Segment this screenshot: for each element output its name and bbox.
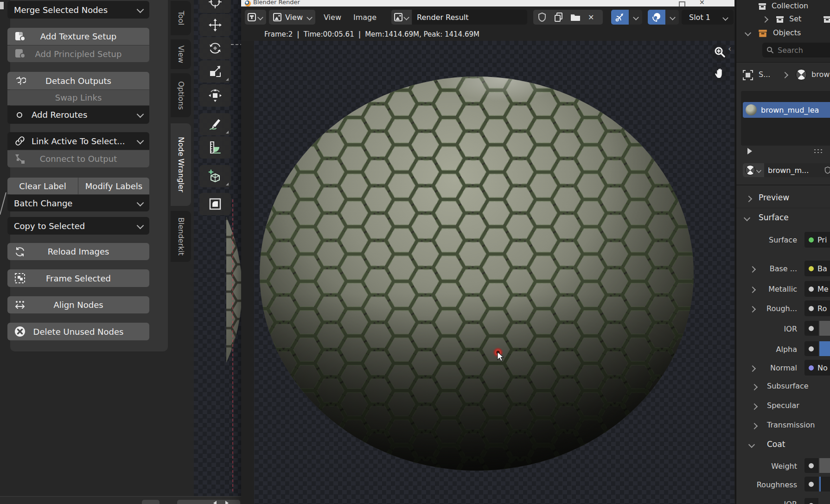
section-preview[interactable]: Preview	[759, 193, 789, 202]
zoom-in-overlay-button[interactable]	[710, 43, 729, 61]
rotate-tool-button[interactable]	[199, 37, 231, 59]
ior-socket-button[interactable]	[804, 321, 818, 336]
surface-shader-button[interactable]: Pri	[804, 232, 830, 248]
roughness-button[interactable]: Ro	[804, 300, 830, 316]
expand-arrow-icon[interactable]	[751, 403, 758, 410]
pan-overlay-button[interactable]	[710, 64, 729, 83]
prop-label-normal: Normal	[736, 364, 797, 372]
base-color-button[interactable]: Ba	[804, 261, 830, 276]
alpha-slider[interactable]	[819, 341, 830, 356]
button-label: Link Active To Select...	[32, 136, 125, 146]
coat-roughness-socket-button[interactable]	[804, 477, 818, 491]
frame-selected-button[interactable]: Frame Selected	[7, 269, 149, 287]
expand-arrow-icon[interactable]	[762, 16, 768, 23]
subpanel-transmission[interactable]: Transmission	[767, 421, 815, 429]
editor-mode-dropdown[interactable]: View	[269, 10, 315, 25]
close-icon[interactable]: ✕	[699, 0, 705, 6]
tab-blenderkit[interactable]: Blenderkit	[171, 211, 191, 262]
connect-to-output-button[interactable]: Connect to Output	[7, 150, 149, 167]
footer-button[interactable]	[142, 500, 160, 504]
detach-outputs-button[interactable]: Detach Outputs	[7, 72, 149, 89]
extrude-tool-button[interactable]	[199, 193, 231, 215]
overlays-toggle-button[interactable]	[648, 10, 665, 25]
menu-image[interactable]: Image	[353, 13, 377, 22]
section-coat[interactable]: Coat	[767, 440, 785, 449]
gizmos-dropdown[interactable]	[629, 10, 642, 25]
copy-to-selected-button[interactable]: Copy to Selected	[7, 217, 149, 235]
slot-specials-arrow[interactable]	[747, 148, 752, 154]
subpanel-subsurface[interactable]: Subsurface	[767, 382, 809, 390]
menu-view[interactable]: View	[324, 13, 341, 22]
overlays-dropdown[interactable]	[666, 10, 679, 25]
expand-arrow-icon[interactable]	[751, 423, 758, 429]
normal-button[interactable]: No	[804, 360, 830, 376]
fake-user-shield-icon[interactable]	[824, 166, 830, 174]
subpanel-specular[interactable]: Specular	[767, 401, 799, 410]
new-image-copy-icon[interactable]	[555, 13, 563, 22]
batch-change-button[interactable]: Batch Change	[7, 195, 149, 211]
gizmos-toggle-button[interactable]	[611, 10, 629, 25]
search-input[interactable]: Search	[762, 43, 830, 57]
editor-type-button[interactable]	[245, 10, 266, 25]
merge-selected-nodes-button[interactable]: Merge Selected Nodes	[7, 1, 149, 19]
resize-grip[interactable]	[813, 148, 824, 154]
tab-options[interactable]: Options	[171, 73, 191, 117]
coat-ior-socket-button[interactable]	[804, 498, 818, 504]
coat-weight-slider[interactable]	[819, 458, 830, 473]
fake-user-shield-icon[interactable]	[538, 13, 546, 22]
image-browse-button[interactable]	[391, 10, 412, 25]
collapse-arrow-icon[interactable]	[744, 215, 750, 221]
tab-node-wrangler[interactable]: Node Wrangler	[171, 123, 191, 206]
annotate-tool-button[interactable]	[199, 113, 231, 135]
material-name-field[interactable]: brown_m...	[764, 163, 830, 177]
render-result-viewport[interactable]: ‹	[241, 41, 734, 504]
stat-divider: |	[358, 30, 361, 38]
tweak-tool-button[interactable]	[199, 0, 231, 13]
metallic-button[interactable]: Me	[804, 281, 830, 297]
collapse-arrow-icon[interactable]	[748, 441, 755, 448]
expand-arrow-icon[interactable]	[746, 196, 752, 202]
coat-weight-socket-button[interactable]	[804, 458, 818, 473]
breadcrumb-material[interactable]: brow	[811, 70, 830, 79]
subtool-corner	[226, 131, 229, 134]
maximize-icon[interactable]	[679, 1, 685, 6]
add-reroutes-button[interactable]: Add Reroutes	[7, 106, 149, 124]
section-surface[interactable]: Surface	[759, 213, 789, 222]
align-nodes-button[interactable]: Align Nodes	[7, 296, 149, 313]
add-cube-tool-button[interactable]	[199, 165, 231, 187]
outliner-row-collection[interactable]: Collection	[772, 1, 808, 10]
footer-frame-nav[interactable]	[177, 500, 240, 504]
clear-label-button[interactable]: Clear Label	[7, 178, 78, 194]
next-arrow-icon[interactable]	[225, 501, 229, 504]
scale-tool-button[interactable]	[199, 60, 231, 83]
swap-links-button[interactable]: Swap Links	[7, 90, 149, 105]
modify-labels-button[interactable]: Modify Labels	[78, 178, 149, 194]
reload-images-button[interactable]: Reload Images	[7, 243, 149, 260]
material-slot-active[interactable]: brown_mud_lea	[743, 102, 830, 118]
breadcrumb-object[interactable]: S...	[759, 70, 770, 79]
image-name-field[interactable]: Render Result	[412, 10, 527, 25]
prev-arrow-icon[interactable]	[213, 501, 217, 504]
material-browse-button[interactable]	[743, 163, 764, 177]
collapse-arrow-icon[interactable]	[745, 30, 751, 36]
add-texture-setup-button[interactable]: Add Texture Setup	[7, 28, 149, 45]
coat-roughness-slider[interactable]	[819, 477, 830, 491]
move-tool-button[interactable]	[199, 14, 231, 36]
delete-unused-nodes-button[interactable]: Delete Unused Nodes	[7, 323, 149, 340]
slot-dropdown[interactable]: Slot 1	[682, 10, 734, 25]
unlink-x-icon[interactable]: ✕	[588, 13, 594, 22]
add-principled-setup-button[interactable]: Add Principled Setup	[7, 45, 149, 62]
outliner-row-objects[interactable]: Objects	[773, 28, 801, 37]
measure-tool-button[interactable]	[199, 136, 231, 159]
outliner-row-set[interactable]: Set	[789, 14, 801, 23]
transform-tool-button[interactable]	[199, 84, 231, 107]
tab-view[interactable]: View	[171, 39, 191, 69]
ior-slider[interactable]	[819, 321, 830, 336]
tab-tool[interactable]: Tool	[171, 1, 191, 35]
expand-arrow-icon[interactable]	[751, 384, 758, 390]
open-folder-icon[interactable]	[570, 13, 581, 21]
alpha-socket-button[interactable]	[804, 341, 818, 356]
link-active-to-selected-button[interactable]: Link Active To Select...	[7, 132, 149, 150]
window-titlebar[interactable]: Blender Render ✕	[241, 0, 734, 6]
sidebar-toggle-arrow[interactable]: ‹	[728, 44, 731, 53]
